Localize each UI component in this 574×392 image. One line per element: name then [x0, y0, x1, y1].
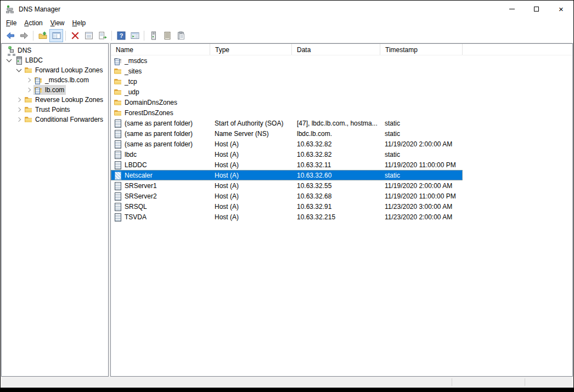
menu-file[interactable]: File: [2, 18, 20, 28]
chevron-icon[interactable]: [15, 115, 24, 124]
tree-item-label: Conditional Forwarders: [35, 116, 103, 123]
table-row[interactable]: ForestDnsZones: [111, 107, 463, 118]
export-list-button[interactable]: [96, 30, 109, 42]
menu-view[interactable]: View: [47, 18, 69, 28]
column-header-type[interactable]: Type: [210, 44, 292, 55]
cell-type: Host (A): [210, 140, 292, 148]
cell-timestamp: 11/19/2020 11:00:00 PM: [380, 192, 463, 200]
column-header-name[interactable]: Name: [111, 44, 210, 55]
table-row[interactable]: (same as parent folder) Host (A) 10.63.3…: [111, 139, 463, 149]
chevron-icon[interactable]: [5, 55, 14, 65]
tree-item-body[interactable]: Forward Lookup Zones: [24, 65, 104, 75]
record-list-button[interactable]: [161, 30, 173, 42]
cell-data: 10.63.32.60: [292, 172, 380, 179]
table-row[interactable]: _tcp: [111, 76, 463, 87]
maximize-button[interactable]: [524, 1, 549, 18]
toolbar-separator: [144, 31, 144, 41]
tree-item-body[interactable]: Trust Points: [24, 105, 72, 115]
forward-arrow-icon: [20, 31, 29, 40]
maximize-icon: [534, 7, 539, 12]
tree-item-label: lb.com: [45, 86, 64, 94]
tree-item[interactable]: DNS: [2, 46, 108, 55]
table-row[interactable]: _msdcs: [111, 55, 463, 66]
table-row[interactable]: SRServer2 Host (A) 10.63.32.68 11/19/202…: [111, 191, 463, 201]
chevron-icon[interactable]: [15, 105, 24, 115]
clipboard-button[interactable]: [175, 30, 187, 42]
table-row[interactable]: (same as parent folder) Name Server (NS)…: [111, 128, 463, 139]
cell-type: Host (A): [210, 213, 292, 221]
delete-button[interactable]: [69, 30, 81, 42]
row-icon: [114, 98, 122, 107]
status-divider: [525, 378, 525, 386]
row-icon: [114, 181, 122, 190]
table-row[interactable]: lbdc Host (A) 10.63.32.82 static: [111, 149, 463, 160]
row-icon: [114, 192, 122, 201]
tree-item[interactable]: Reverse Lookup Zones: [2, 95, 108, 105]
row-icon: [114, 202, 122, 211]
minimize-button[interactable]: [499, 1, 524, 18]
row-name-label: (same as parent folder): [125, 120, 193, 127]
cell-data: 10.63.32.55: [292, 182, 380, 190]
row-icon: [114, 129, 122, 138]
tree-item-body[interactable]: Conditional Forwarders: [24, 115, 105, 124]
tree-item[interactable]: Conditional Forwarders: [2, 115, 108, 124]
forward-button[interactable]: [18, 30, 30, 42]
column-header-data[interactable]: Data: [292, 44, 380, 55]
tree-item-label: DNS: [18, 47, 31, 54]
cell-data: 10.63.32.91: [292, 203, 380, 211]
list-rows: _msdcs _sites: [111, 55, 572, 222]
tree-item[interactable]: lb.com: [2, 85, 108, 95]
column-header-timestamp[interactable]: Timestamp: [380, 44, 463, 55]
table-row[interactable]: LBDDC Host (A) 10.63.32.11 11/19/2020 11…: [111, 160, 463, 170]
cell-name: _tcp: [111, 77, 210, 86]
tree-item-body[interactable]: _msdcs.lb.com: [33, 75, 91, 85]
chevron-icon[interactable]: [25, 85, 33, 95]
table-row[interactable]: _sites: [111, 66, 463, 76]
cell-data: 10.63.32.82: [292, 151, 380, 158]
tree-item-body[interactable]: lb.com: [33, 85, 66, 95]
tree-item-body[interactable]: Reverse Lookup Zones: [24, 95, 105, 105]
table-row[interactable]: (same as parent folder) Start of Authori…: [111, 118, 463, 128]
table-row[interactable]: _udp: [111, 87, 463, 97]
tree-item[interactable]: Forward Lookup Zones: [2, 65, 108, 75]
help-button[interactable]: ?: [115, 30, 127, 42]
row-name-label: _msdcs: [125, 57, 147, 65]
tree-item-label: _msdcs.lb.com: [45, 76, 89, 84]
status-bar: [1, 377, 573, 388]
show-console-tree-button[interactable]: [50, 30, 63, 42]
back-button[interactable]: [4, 30, 16, 42]
row-name-label: SRServer2: [125, 192, 157, 200]
chevron-icon[interactable]: [25, 75, 33, 85]
table-row[interactable]: Netscaler Host (A) 10.63.32.60 static: [111, 170, 463, 180]
table-row[interactable]: SRServer1 Host (A) 10.63.32.55 11/19/202…: [111, 180, 463, 191]
tree-item-body[interactable]: LBDC: [14, 55, 44, 65]
tree-item-body[interactable]: DNS: [6, 46, 33, 55]
table-row[interactable]: DomainDnsZones: [111, 97, 463, 107]
server-button[interactable]: [147, 30, 160, 42]
row-name-label: DomainDnsZones: [125, 99, 177, 106]
tree-item-label: Reverse Lookup Zones: [35, 96, 103, 104]
delete-x-icon: [71, 31, 80, 40]
chevron-icon[interactable]: [15, 65, 24, 75]
cell-timestamp: static: [380, 120, 463, 127]
menu-help[interactable]: Help: [69, 18, 90, 28]
close-button[interactable]: ×: [549, 1, 573, 18]
tree-item[interactable]: LBDC: [2, 55, 108, 65]
table-row[interactable]: TSVDA Host (A) 10.63.32.215 11/23/2020 2…: [111, 212, 463, 222]
tree-item[interactable]: Trust Points: [2, 105, 108, 115]
tree-item[interactable]: _msdcs.lb.com: [2, 75, 108, 85]
cell-name: SRSQL: [111, 202, 210, 211]
chevron-icon[interactable]: [15, 95, 24, 105]
cell-type: Host (A): [210, 161, 292, 169]
menu-action[interactable]: Action: [20, 18, 46, 28]
up-one-level-button[interactable]: [36, 30, 49, 42]
back-arrow-icon: [6, 31, 15, 40]
new-window-button[interactable]: [128, 30, 141, 42]
row-name-label: (same as parent folder): [125, 140, 193, 148]
cell-name: _udp: [111, 88, 210, 96]
record-list-icon: [163, 31, 172, 40]
row-icon: [114, 161, 122, 169]
table-row[interactable]: SRSQL Host (A) 10.63.32.91 11/23/2020 3:…: [111, 201, 463, 212]
properties-button[interactable]: [82, 30, 95, 42]
export-list-icon: [98, 31, 107, 40]
